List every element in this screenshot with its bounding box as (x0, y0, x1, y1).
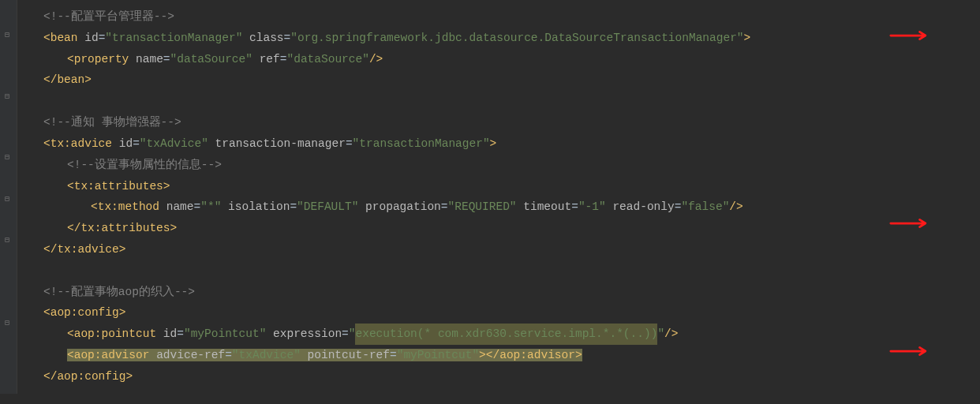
attr-name: class (249, 32, 284, 44)
attr-value: "org.springframework.jdbc.datasource.Dat… (290, 32, 743, 44)
attr-value: "transactionManager" (105, 32, 242, 44)
xml-tag: </tx:advice> (43, 243, 125, 256)
xml-tag: <aop:advisor (67, 349, 149, 361)
code-line[interactable]: <!--设置事物属性的信息--> (0, 155, 980, 176)
code-line[interactable]: <!--配置平台管理器--> (0, 6, 980, 28)
code-line[interactable]: </aop:config> (0, 366, 980, 387)
xml-comment: <!--设置事物属性的信息--> (67, 159, 222, 171)
xml-tag: <bean (43, 32, 78, 44)
xml-comment: <!--通知 事物增强器--> (43, 116, 181, 129)
xml-tag: </tx:attributes> (67, 222, 177, 234)
xml-comment: <!--配置平台管理器--> (43, 10, 174, 23)
highlighted-token: execution (355, 324, 417, 345)
code-line[interactable]: </tx:attributes> (0, 218, 980, 239)
selection-highlight: <aop:advisor advice-ref="txAdvice" point… (67, 349, 582, 361)
blank-line (0, 260, 980, 282)
xml-tag: <tx:attributes> (67, 180, 170, 193)
xml-tag: </bean> (43, 73, 92, 86)
xml-tag: <tx:method (91, 200, 159, 213)
blank-line (0, 91, 980, 112)
xml-tag: <tx:advice (43, 137, 112, 150)
code-line[interactable]: <tx:method name="*" isolation="DEFAULT" … (0, 196, 980, 218)
xml-comment: <!--配置事物aop的织入--> (43, 286, 195, 298)
code-line[interactable]: <aop:config> (0, 302, 980, 324)
highlighted-token: (* com.xdr630.service.impl.*.*(..)) (417, 324, 658, 345)
code-line[interactable]: <tx:advice id="txAdvice" transaction-man… (0, 133, 980, 155)
xml-tag: <property (67, 53, 129, 65)
code-line[interactable]: <tx:attributes> (0, 176, 980, 197)
xml-tag: </aop:config> (43, 370, 133, 383)
xml-tag: <aop:pointcut (67, 327, 156, 340)
code-line[interactable]: <bean id="transactionManager" class="org… (0, 28, 980, 49)
xml-tag: <aop:config> (43, 306, 125, 319)
code-editor[interactable]: ⊟ ⊟ ⊟ ⊟ ⊟ ⊟ <!--配置平台管理器--> <bean id="tra… (0, 0, 980, 394)
code-line-selected[interactable]: <aop:advisor advice-ref="txAdvice" point… (0, 345, 980, 366)
attr-name: id (84, 32, 98, 44)
code-line[interactable]: <property name="dataSource" ref="dataSou… (0, 49, 980, 70)
code-line[interactable]: <aop:pointcut id="myPointcut" expression… (0, 324, 980, 345)
code-line[interactable]: </bean> (0, 69, 980, 91)
code-line[interactable]: </tx:advice> (0, 239, 980, 260)
code-line[interactable]: <!--配置事物aop的织入--> (0, 282, 980, 303)
code-line[interactable]: <!--通知 事物增强器--> (0, 112, 980, 133)
